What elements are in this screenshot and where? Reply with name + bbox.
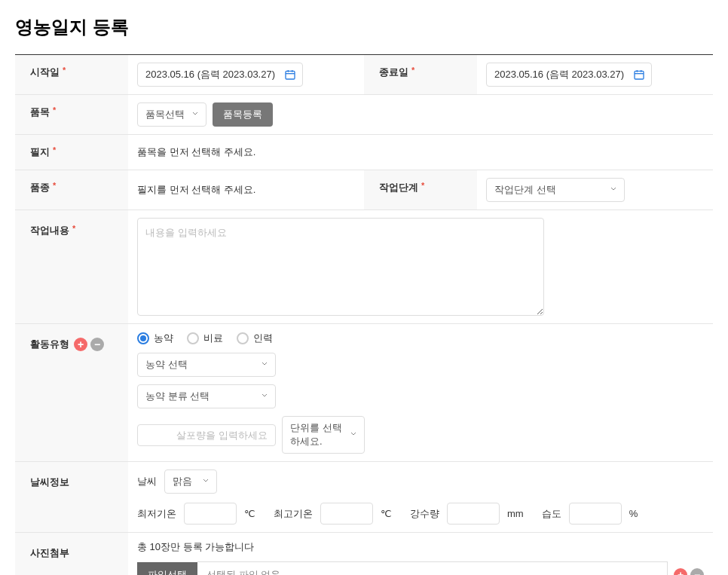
label-work-content-text: 작업내용 bbox=[30, 224, 69, 237]
weather-select[interactable]: 맑음 bbox=[164, 469, 217, 494]
unit-percent: % bbox=[629, 508, 638, 519]
humidity-label: 습도 bbox=[542, 507, 561, 521]
end-date-value: 2023.05.16 (음력 2023.03.27) bbox=[494, 68, 624, 81]
temp-low-label: 최저기온 bbox=[137, 507, 176, 521]
chevron-down-icon bbox=[349, 430, 358, 441]
item-select-text: 품목선택 bbox=[145, 108, 185, 121]
chevron-down-icon bbox=[201, 476, 210, 488]
temp-high-label: 최고기온 bbox=[274, 507, 313, 521]
required-icon: * bbox=[63, 66, 66, 75]
label-work-content: 작업내용* bbox=[15, 210, 128, 323]
pesticide-class-select[interactable]: 농약 분류 선택 bbox=[137, 384, 276, 408]
weather-label: 날씨 bbox=[137, 475, 157, 488]
radio-fertilizer-label: 비료 bbox=[203, 332, 223, 345]
radio-icon bbox=[137, 332, 149, 344]
rain-input[interactable] bbox=[447, 503, 500, 525]
svg-rect-0 bbox=[286, 71, 295, 79]
activity-remove-button[interactable]: − bbox=[90, 338, 104, 351]
label-item-text: 품목 bbox=[30, 106, 50, 119]
unit-mm: mm bbox=[507, 508, 524, 519]
radio-labor[interactable]: 인력 bbox=[237, 332, 273, 345]
required-icon: * bbox=[53, 106, 56, 115]
file-add-button[interactable]: + bbox=[674, 568, 687, 575]
activity-radio-group: 농약 비료 인력 bbox=[137, 332, 704, 345]
start-date-input[interactable]: 2023.05.16 (음력 2023.03.27) bbox=[137, 63, 303, 87]
radio-pesticide[interactable]: 농약 bbox=[137, 332, 173, 345]
label-photo: 사진첨부 bbox=[15, 533, 128, 575]
label-field: 필지* bbox=[15, 135, 128, 170]
required-icon: * bbox=[411, 66, 414, 75]
page-title: 영농일지 등록 bbox=[15, 15, 713, 39]
label-start-date-text: 시작일 bbox=[30, 66, 60, 79]
label-weather-text: 날씨정보 bbox=[30, 476, 69, 489]
radio-pesticide-label: 농약 bbox=[154, 332, 173, 345]
temp-low-input[interactable] bbox=[184, 503, 237, 525]
humidity-input[interactable] bbox=[569, 503, 622, 525]
work-stage-select[interactable]: 작업단계 선택 bbox=[486, 178, 625, 202]
row-dates: 시작일* 2023.05.16 (음력 2023.03.27) 종료일* bbox=[15, 55, 713, 95]
svg-rect-4 bbox=[635, 71, 644, 79]
item-select[interactable]: 품목선택 bbox=[137, 102, 206, 127]
label-end-date: 종료일* bbox=[364, 55, 477, 94]
required-icon: * bbox=[421, 181, 424, 190]
weather-select-value: 맑음 bbox=[173, 475, 192, 488]
pesticide-select[interactable]: 농약 선택 bbox=[137, 353, 276, 377]
chevron-down-icon bbox=[609, 185, 618, 196]
required-icon: * bbox=[53, 145, 56, 154]
row-weather: 날씨정보 날씨 맑음 최저기온 ℃ 최고기온 bbox=[15, 462, 713, 533]
unit-select[interactable]: 단위를 선택하세요. bbox=[282, 416, 365, 454]
row-item: 품목* 품목선택 품목등록 bbox=[15, 95, 713, 135]
row-work-content: 작업내용* bbox=[15, 210, 713, 324]
row-field: 필지* 품목을 먼저 선택해 주세요. bbox=[15, 135, 713, 170]
radio-labor-label: 인력 bbox=[253, 332, 273, 345]
required-icon: * bbox=[53, 181, 56, 190]
chevron-down-icon bbox=[191, 109, 200, 121]
row-photo: 사진첨부 총 10장만 등록 가능합니다 파일선택 선택된 파일 없음 + − bbox=[15, 533, 713, 575]
radio-icon bbox=[187, 332, 199, 344]
required-icon: * bbox=[72, 224, 75, 233]
chevron-down-icon bbox=[260, 359, 269, 371]
spray-amount-input[interactable] bbox=[137, 424, 276, 446]
temp-high-input[interactable] bbox=[320, 503, 373, 525]
unit-celsius: ℃ bbox=[381, 508, 392, 519]
unit-select-text: 단위를 선택하세요. bbox=[290, 421, 343, 448]
label-work-stage: 작업단계* bbox=[364, 170, 477, 210]
label-end-date-text: 종료일 bbox=[379, 66, 408, 79]
radio-icon bbox=[237, 332, 249, 344]
item-register-button[interactable]: 품목등록 bbox=[213, 102, 273, 127]
label-photo-text: 사진첨부 bbox=[30, 546, 69, 560]
activity-add-button[interactable]: + bbox=[74, 338, 87, 351]
radio-fertilizer[interactable]: 비료 bbox=[187, 332, 223, 345]
pesticide-class-text: 농약 분류 선택 bbox=[145, 390, 210, 403]
file-select-button[interactable]: 파일선택 bbox=[137, 562, 197, 575]
label-start-date: 시작일* bbox=[15, 55, 128, 94]
label-activity: 활동유형 + − bbox=[15, 324, 128, 461]
label-field-text: 필지 bbox=[30, 145, 50, 159]
pesticide-select-text: 농약 선택 bbox=[145, 358, 188, 372]
calendar-icon[interactable] bbox=[633, 69, 645, 81]
row-variety: 품종* 필지를 먼저 선택해 주세요. 작업단계* 작업단계 선택 bbox=[15, 170, 713, 210]
label-weather: 날씨정보 bbox=[15, 462, 128, 532]
row-activity: 활동유형 + − 농약 비료 bbox=[15, 324, 713, 462]
end-date-input[interactable]: 2023.05.16 (음력 2023.03.27) bbox=[486, 63, 652, 87]
label-item: 품목* bbox=[15, 95, 128, 134]
label-activity-text: 활동유형 bbox=[30, 338, 69, 351]
label-work-stage-text: 작업단계 bbox=[379, 181, 418, 194]
unit-celsius: ℃ bbox=[244, 508, 255, 519]
rain-label: 강수량 bbox=[410, 507, 439, 521]
calendar-icon[interactable] bbox=[284, 69, 296, 81]
field-hint: 품목을 먼저 선택해 주세요. bbox=[137, 145, 255, 159]
form-table: 시작일* 2023.05.16 (음력 2023.03.27) 종료일* bbox=[15, 54, 713, 575]
work-stage-text: 작업단계 선택 bbox=[494, 183, 556, 197]
file-remove-button[interactable]: − bbox=[690, 568, 704, 575]
photo-limit-text: 총 10장만 등록 가능합니다 bbox=[137, 540, 704, 554]
label-variety: 품종* bbox=[15, 170, 128, 210]
variety-hint: 필지를 먼저 선택해 주세요. bbox=[137, 183, 255, 197]
chevron-down-icon bbox=[260, 391, 269, 402]
file-name-display: 선택된 파일 없음 bbox=[197, 561, 668, 575]
start-date-value: 2023.05.16 (음력 2023.03.27) bbox=[145, 68, 275, 81]
label-variety-text: 품종 bbox=[30, 181, 50, 194]
work-content-textarea[interactable] bbox=[137, 218, 544, 316]
